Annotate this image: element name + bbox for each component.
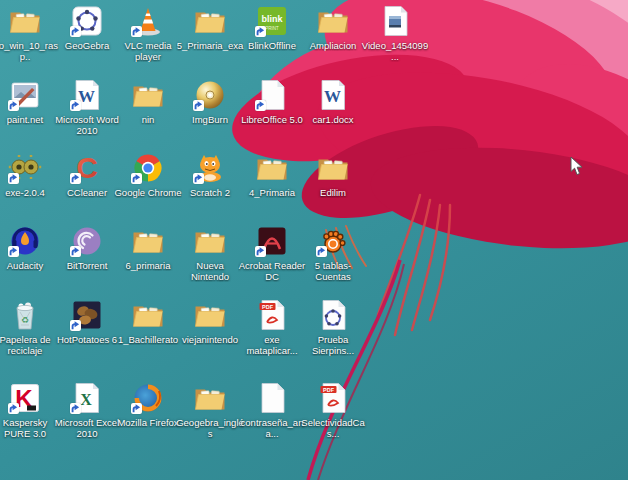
desktop-icon-vlc-media-player[interactable]: VLC media player [118,4,178,62]
folder-icon [131,224,165,258]
desktop-icon-geogebra-ingl-s[interactable]: Geogebra_inglés [180,381,240,439]
desktop-icon-exe-mataplicar[interactable]: PDFexe mataplicar... [242,298,302,356]
shortcut-arrow-icon [70,26,81,37]
icon-label: Microsoft Excel 2010 [53,417,121,439]
icon-label: 6_primaria [114,260,182,271]
desktop-icon-prueba-sierpins[interactable]: Prueba Sierpins... [303,298,363,356]
icon-label: 5 tablas-Cuentas [299,260,367,282]
desktop-icon-scratch-2[interactable]: Scratch 2 [180,151,240,198]
folder-icon [131,78,165,112]
desktop-icon-viejanintendo[interactable]: viejanintendo [180,298,240,345]
icon-label: 1_Bachillerato [114,334,182,345]
excel-icon: X [70,381,104,415]
desktop-icon-google-chrome[interactable]: Google Chrome [118,151,178,198]
desktop-icon-iso-win-10-rasp[interactable]: iso_win_10_rasp.. [0,4,55,62]
bittorrent-icon [70,224,104,258]
desktop-icon-5-primaria-exa[interactable]: 5_Primaria_exa [180,4,240,51]
desktop-icon-hotpotatoes-6[interactable]: HotPotatoes 6 [57,298,117,345]
desktop-icon-blinkoffline[interactable]: blinkPRINTBlinkOffline [242,4,302,51]
desktop-icon-nueva-nintendo[interactable]: Nueva Nintendo [180,224,240,282]
worddoc-icon: W [316,78,350,112]
svg-text:W: W [324,87,341,106]
pdf-icon: PDF [316,381,350,415]
desktop-icon-kaspersky-pure-3-0[interactable]: KKaspersky PURE 3.0 [0,381,55,439]
icon-label: car1.docx [299,114,367,125]
folder-icon [255,151,289,185]
desktop-icon-4-primaria[interactable]: 4_Primaria [242,151,302,198]
desktop-icon-5-tablas-cuentas[interactable]: 5 tablas-Cuentas [303,224,363,282]
icon-label: Kaspersky PURE 3.0 [0,417,59,439]
ccleaner-icon: C [70,151,104,185]
desktop-icon-libreoffice-5-0[interactable]: LibreOffice 5.0 [242,78,302,125]
desktop-icon-contrase-a-ana[interactable]: contraseña_ana... [242,381,302,439]
audacity-icon [8,224,42,258]
desktop-icon-car1-docx[interactable]: Wcar1.docx [303,78,363,125]
pdf-icon: PDF [255,298,289,332]
desktop-icon-audacity[interactable]: Audacity [0,224,55,271]
icon-label: Scratch 2 [176,187,244,198]
icon-label: Nueva Nintendo [176,260,244,282]
icon-label: BlinkOffline [238,40,306,51]
shortcut-arrow-icon [255,246,266,257]
shortcut-arrow-icon [193,100,204,111]
icon-label: VLC media player [114,40,182,62]
shortcut-arrow-icon [8,403,19,414]
desktop-icon-papelera-de-reciclaje[interactable]: ♻Papelera de reciclaje [0,298,55,356]
desktop-icon-paint-net[interactable]: paint.net [0,78,55,125]
page-icon [255,381,289,415]
acrobat-icon [255,224,289,258]
shortcut-arrow-icon [70,100,81,111]
folder-icon [316,151,350,185]
folder-icon [193,224,227,258]
icon-label: Google Chrome [114,187,182,198]
desktop-icon-microsoft-word-2010[interactable]: WMicrosoft Word 2010 [57,78,117,136]
shortcut-arrow-icon [316,246,327,257]
word-icon: W [70,78,104,112]
desktop-icon-acrobat-reader-dc[interactable]: Acrobat Reader DC [242,224,302,282]
desktop-icon-geogebra[interactable]: GeoGebra [57,4,117,51]
folder-icon [193,4,227,38]
shortcut-arrow-icon [131,403,142,414]
icon-label: HotPotatoes 6 [53,334,121,345]
icon-label: Mozilla Firefox [114,417,182,428]
svg-text:♻: ♻ [21,315,29,325]
desktop-icon-ampliacion[interactable]: Ampliacion [303,4,363,51]
desktop-icon-selectividadcas[interactable]: PDFSelectividadCas... [303,381,363,439]
desktop-icon-mozilla-firefox[interactable]: Mozilla Firefox [118,381,178,428]
icon-label: Audacity [0,260,59,271]
desktop-icon-1-bachillerato[interactable]: 1_Bachillerato [118,298,178,345]
desktop-icon-6-primaria[interactable]: 6_primaria [118,224,178,271]
icon-label: 4_Primaria [238,187,306,198]
folder-icon [131,298,165,332]
icon-label: SelectividadCas... [299,417,367,439]
icon-label: ImgBurn [176,114,244,125]
svg-text:PDF: PDF [262,304,274,310]
icon-label: LibreOffice 5.0 [238,114,306,125]
blink-icon: blinkPRINT [255,4,289,38]
icon-label: Video_1454099... [361,40,429,62]
desktop-icon-nin[interactable]: nin [118,78,178,125]
desktop-icon-video-1454099[interactable]: Video_1454099... [365,4,425,62]
svg-text:blink: blink [261,14,283,24]
desktop-icon-imgburn[interactable]: ImgBurn [180,78,240,125]
desktop-icon-ccleaner[interactable]: CCCleaner [57,151,117,198]
shortcut-arrow-icon [8,246,19,257]
vlc-icon [131,4,165,38]
desktop-icon-edilim[interactable]: Edilim [303,151,363,198]
shortcut-arrow-icon [255,26,266,37]
paintnet-icon [8,78,42,112]
icon-label: Papelera de reciclaje [0,334,59,356]
icon-label: exe mataplicar... [238,334,306,356]
shortcut-arrow-icon [8,173,19,184]
mouse-cursor [570,156,584,176]
desktop-icon-bittorrent[interactable]: BitTorrent [57,224,117,271]
desktop-icon-microsoft-excel-2010[interactable]: XMicrosoft Excel 2010 [57,381,117,439]
icon-label: viejanintendo [176,334,244,345]
icon-label: 5_Primaria_exa [176,40,244,51]
firefox-icon [131,381,165,415]
desktop-icon-exe-2-0-4[interactable]: exe-2.0.4 [0,151,55,198]
geogebra-icon [70,4,104,38]
icon-label: Geogebra_inglés [176,417,244,439]
icon-label: Edilim [299,187,367,198]
folder-icon [316,4,350,38]
